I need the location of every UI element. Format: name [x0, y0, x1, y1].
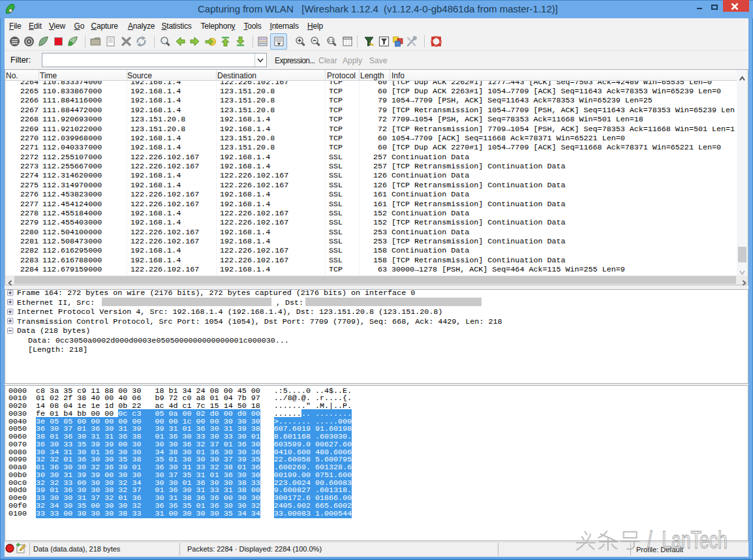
- svg-text:1:1: 1:1: [328, 39, 334, 42]
